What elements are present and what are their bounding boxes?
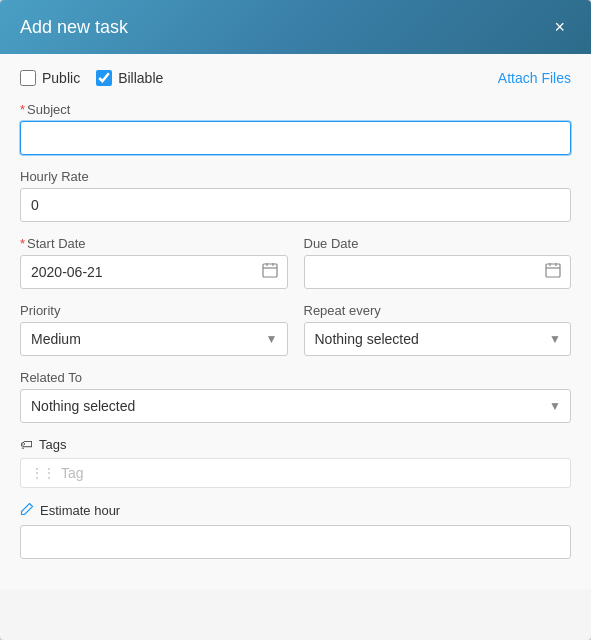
estimate-header: Estimate hour	[20, 502, 571, 519]
repeat-every-select-wrapper: Nothing selected Daily Weekly Monthly ▼	[304, 322, 572, 356]
tags-label: Tags	[39, 437, 66, 452]
repeat-every-group: Repeat every Nothing selected Daily Week…	[304, 303, 572, 356]
hourly-rate-input[interactable]	[20, 188, 571, 222]
subject-label: Subject	[20, 102, 571, 117]
start-date-input[interactable]	[20, 255, 288, 289]
hourly-rate-group: Hourly Rate	[20, 169, 571, 222]
billable-checkbox-label[interactable]: Billable	[96, 70, 163, 86]
public-label: Public	[42, 70, 80, 86]
modal-title: Add new task	[20, 17, 128, 38]
tags-header: 🏷 Tags	[20, 437, 571, 452]
subject-group: Subject	[20, 102, 571, 155]
related-to-select-wrapper: Nothing selected ▼	[20, 389, 571, 423]
start-date-group: Start Date	[20, 236, 288, 289]
related-to-select[interactable]: Nothing selected	[20, 389, 571, 423]
public-checkbox[interactable]	[20, 70, 36, 86]
priority-repeat-row: Priority Nothing selected Low Medium Hig…	[20, 303, 571, 370]
attach-files-link[interactable]: Attach Files	[498, 70, 571, 86]
tag-input-area[interactable]: ⋮⋮ Tag	[20, 458, 571, 488]
due-date-label: Due Date	[304, 236, 572, 251]
drag-handle-icon: ⋮⋮	[31, 466, 55, 480]
estimate-edit-icon	[20, 502, 34, 519]
related-to-label: Related To	[20, 370, 571, 385]
priority-select[interactable]: Nothing selected Low Medium High	[20, 322, 288, 356]
checkboxes: Public Billable	[20, 70, 163, 86]
related-to-group: Related To Nothing selected ▼	[20, 370, 571, 423]
priority-group: Priority Nothing selected Low Medium Hig…	[20, 303, 288, 356]
estimate-section: Estimate hour	[20, 502, 571, 559]
billable-label: Billable	[118, 70, 163, 86]
tag-placeholder: Tag	[61, 465, 84, 481]
tags-section: 🏷 Tags ⋮⋮ Tag	[20, 437, 571, 488]
due-date-wrapper	[304, 255, 572, 289]
subject-input[interactable]	[20, 121, 571, 155]
repeat-every-select[interactable]: Nothing selected Daily Weekly Monthly	[304, 322, 572, 356]
tag-icon: 🏷	[20, 437, 33, 452]
date-row: Start Date Due Date	[20, 236, 571, 303]
public-checkbox-label[interactable]: Public	[20, 70, 80, 86]
close-button[interactable]: ×	[548, 16, 571, 38]
priority-label: Priority	[20, 303, 288, 318]
modal-header: Add new task ×	[0, 0, 591, 54]
start-date-label: Start Date	[20, 236, 288, 251]
estimate-label: Estimate hour	[40, 503, 120, 518]
billable-checkbox[interactable]	[96, 70, 112, 86]
modal-body: Public Billable Attach Files Subject Hou…	[0, 54, 591, 589]
due-date-group: Due Date	[304, 236, 572, 289]
priority-select-wrapper: Nothing selected Low Medium High ▼	[20, 322, 288, 356]
hourly-rate-label: Hourly Rate	[20, 169, 571, 184]
repeat-every-label: Repeat every	[304, 303, 572, 318]
top-controls: Public Billable Attach Files	[20, 70, 571, 86]
start-date-wrapper	[20, 255, 288, 289]
add-task-modal: Add new task × Public Billable Attach Fi…	[0, 0, 591, 640]
estimate-input[interactable]	[20, 525, 571, 559]
due-date-input[interactable]	[304, 255, 572, 289]
